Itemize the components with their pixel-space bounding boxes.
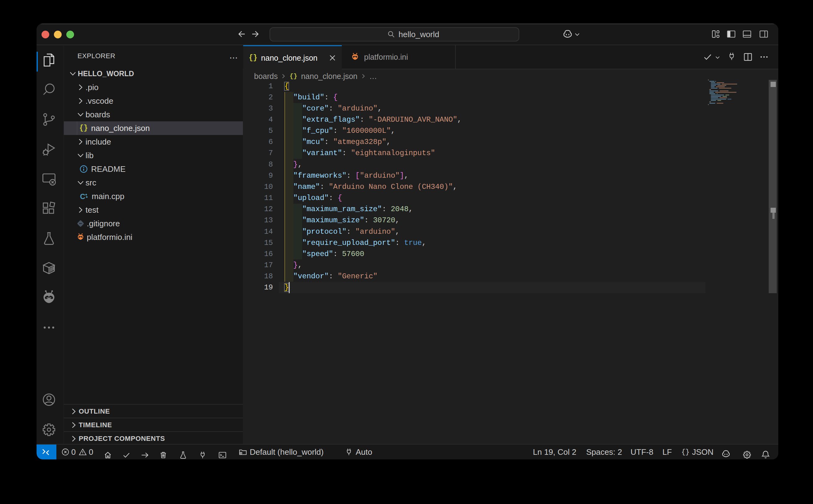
svg-text:C: C <box>80 193 85 201</box>
